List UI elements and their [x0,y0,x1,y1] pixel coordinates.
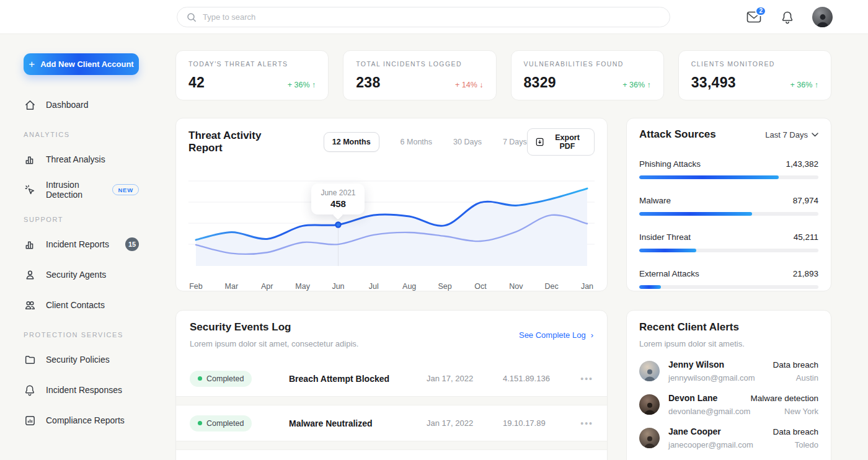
stat-card-incidents-logged: Total Incidents Logged 238 + 14% ↓ [343,50,496,100]
sidebar-item-security-policies[interactable]: Security Policies [24,352,139,367]
x-axis-label: Jul [369,282,379,291]
progress-fill [639,175,779,179]
alert-row: Devon Lane devonlane@gmail.com Malware d… [639,393,818,416]
client-name: Jenny Wilson [668,360,755,369]
search-bar[interactable] [177,7,670,27]
stat-label: Today's Threat Alerts [188,60,316,68]
line-chart-svg [188,180,595,266]
stat-delta: + 36% ↑ [288,81,316,91]
x-axis-label: Nov [509,282,523,291]
user-icon [24,268,36,281]
bell-icon [781,11,794,24]
see-complete-log-link[interactable]: See Complete Log › [519,321,593,348]
top-bar: 2 [0,0,868,34]
status-badge: Completed [190,415,252,431]
row-menu-icon[interactable]: ••• [569,374,593,384]
stat-label: Clients Monitored [691,60,818,68]
x-axis-label: Apr [261,282,273,291]
threat-activity-card: Threat Activity Report 12 Months 6 Month… [175,118,608,291]
attack-source-item: Phishing Attacks1,43,382 [639,159,818,179]
mail-badge: 2 [755,6,766,16]
alert-city: Austin [773,373,818,383]
x-axis-label: Mar [225,282,239,291]
alert-city: New York [750,407,818,416]
alert-city: Toledo [773,440,818,449]
attack-source-item: Malware87,974 [639,196,818,216]
attack-source-item: External Attacks21,893 [639,269,818,289]
home-icon [24,99,36,111]
attack-sources-list: Phishing Attacks1,43,382 Malware87,974 I… [639,159,818,289]
chart-title: Threat Activity Report [188,130,286,154]
row-menu-icon[interactable]: ••• [569,418,593,428]
client-email: jennywilson@gmail.com [668,373,755,383]
alert-type: Data breach [773,427,818,436]
user-avatar[interactable] [812,7,833,27]
tab-6-months[interactable]: 6 Months [401,138,432,146]
x-axis-label: Dec [545,282,559,291]
events-subtitle: Lorem ipsum dolor sit amet, consectetur … [190,339,358,348]
stats-row: Today's Threat Alerts 42 + 36% ↑ Total I… [175,50,831,100]
sidebar-item-compliance-reports[interactable]: Compliance Reports [24,413,139,428]
bar-chart-icon [24,238,36,250]
arrow-up-icon: ↑ [312,81,316,89]
alert-row: Jenny Wilson jennywilson@gmail.com Data … [639,360,818,383]
search-input[interactable] [203,12,660,22]
alerts-title: Recent Client Alerts [639,321,818,334]
status-dot-icon [198,376,202,381]
stat-value: 42 [188,74,205,91]
x-axis-label: Jun [332,282,344,291]
x-axis-label: Aug [402,282,416,291]
x-axis-labels: FebMarAprMayJunJulAugSepOctNovDecJan [188,282,595,291]
folder-icon [24,353,36,366]
progress-track [639,212,818,216]
sidebar-item-threat-analysis[interactable]: Threat Analysis [24,152,139,167]
tab-12-months[interactable]: 12 Months [324,132,379,152]
x-axis-label: May [295,282,310,291]
progress-track [639,175,818,179]
incident-count-badge: 15 [125,237,139,251]
sidebar-item-incident-responses[interactable]: Incident Responses [24,383,139,397]
chevron-right-icon: › [591,330,593,340]
arrow-up-icon: ↑ [647,81,651,89]
sidebar-item-dashboard[interactable]: Dashboard [24,97,139,112]
client-avatar [639,394,660,415]
event-name: Breach Attempt Blocked [289,374,427,384]
sidebar: + Add New Client Account Dashboard Analy… [0,34,175,460]
attack-sources-title: Attack Sources [639,128,716,141]
client-alerts-card: Recent Client Alerts Lorem ipsum dolor s… [626,310,831,460]
sidebar-item-incident-reports[interactable]: Incident Reports 15 [24,237,139,252]
progress-fill [639,249,696,252]
cursor-click-icon [24,184,36,196]
stat-label: Vulnerabilities Found [524,60,651,68]
report-chart-icon [24,414,36,427]
sidebar-item-security-agents[interactable]: Security Agents [24,267,139,282]
stat-card-vulnerabilities: Vulnerabilities Found 8329 + 36% ↑ [511,50,664,100]
x-axis-label: Sep [438,282,451,291]
alert-row: Jane Cooper janecooper@gmail.com Data br… [639,427,818,449]
event-row: Completed Malware Neutralized Jan 17, 20… [176,405,607,441]
stat-delta: + 36% ↑ [622,81,651,91]
search-icon [187,12,197,22]
stat-label: Total Incidents Logged [356,60,483,68]
events-title: Security Events Log [190,321,358,334]
stat-value: 8329 [524,74,556,91]
arrow-up-icon: ↑ [815,81,818,89]
tab-7-days[interactable]: 7 Days [503,138,527,146]
add-new-client-button[interactable]: + Add New Client Account [24,53,139,75]
arrow-down-icon: ↓ [479,81,483,89]
alerts-subtitle: Lorem ipsum dolor sit ametis. [639,339,818,348]
mail-button[interactable]: 2 [745,9,763,26]
tab-30-days[interactable]: 30 Days [453,138,482,146]
status-dot-icon [198,421,202,425]
progress-fill [639,285,661,289]
event-ip: 19.10.17.89 [503,418,569,428]
sidebar-item-intrusion-detection[interactable]: Intrusion Detection NEW [24,182,139,197]
main-content: Today's Threat Alerts 42 + 36% ↑ Total I… [175,34,831,460]
range-dropdown[interactable]: Last 7 Days [765,130,818,139]
notifications-button[interactable] [779,9,796,26]
avatar-person-icon [815,11,831,27]
stat-delta: + 36% ↑ [790,81,818,91]
stat-card-clients-monitored: Clients Monitored 33,493 + 36% ↑ [678,50,831,100]
sidebar-item-client-contacts[interactable]: Client Contacts [24,298,139,312]
export-pdf-button[interactable]: Export PDF [527,128,595,156]
